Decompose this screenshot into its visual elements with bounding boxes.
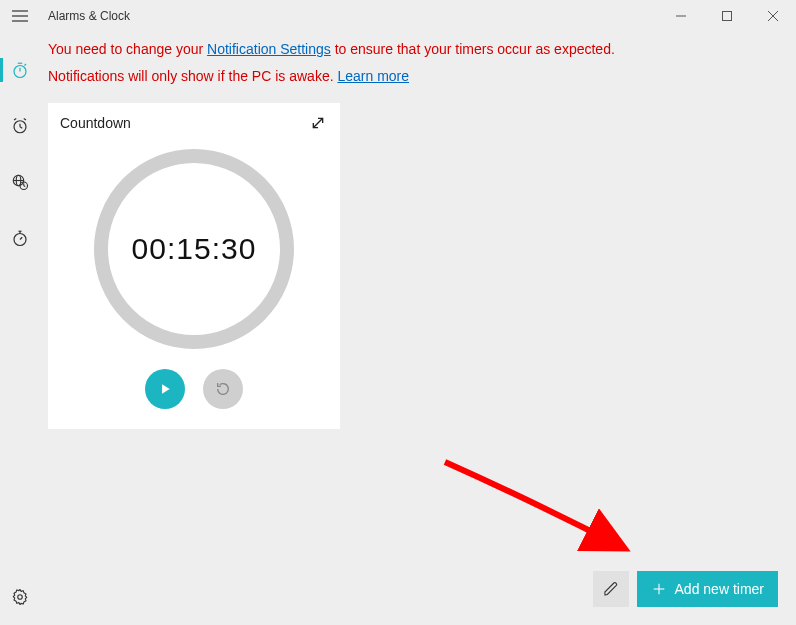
maximize-button[interactable] [704, 0, 750, 32]
app-title: Alarms & Clock [48, 9, 130, 23]
learn-more-link[interactable]: Learn more [337, 68, 409, 84]
alarm-icon [11, 117, 29, 135]
reset-icon [215, 381, 231, 397]
expand-icon [310, 115, 326, 131]
svg-line-23 [20, 237, 22, 239]
svg-point-26 [18, 595, 23, 600]
reset-button[interactable] [203, 369, 243, 409]
sidebar-item-alarm[interactable] [0, 108, 40, 144]
sidebar-item-timer[interactable] [0, 52, 40, 88]
notice-text1: You need to change your [48, 41, 207, 57]
timer-time-display: 00:15:30 [132, 232, 257, 266]
sidebar-item-world-clock[interactable] [0, 164, 40, 200]
notification-settings-link[interactable]: Notification Settings [207, 41, 331, 57]
pencil-icon [603, 581, 619, 597]
timer-name: Countdown [60, 115, 328, 131]
sidebar [0, 32, 40, 625]
minimize-button[interactable] [658, 0, 704, 32]
play-icon [158, 382, 172, 396]
timer-card[interactable]: Countdown 00:15:30 [48, 103, 340, 429]
svg-line-15 [24, 119, 26, 121]
world-clock-icon [11, 173, 29, 191]
maximize-icon [722, 11, 732, 21]
svg-marker-28 [162, 385, 170, 394]
play-button[interactable] [145, 369, 185, 409]
svg-line-27 [313, 119, 322, 128]
svg-rect-4 [723, 12, 732, 21]
expand-button[interactable] [310, 115, 326, 135]
timer-controls [60, 369, 328, 409]
gear-icon [11, 588, 29, 606]
minimize-icon [676, 11, 686, 21]
sidebar-item-stopwatch[interactable] [0, 220, 40, 256]
sidebar-item-settings[interactable] [0, 579, 40, 615]
edit-timers-button[interactable] [593, 571, 629, 607]
svg-line-21 [24, 186, 26, 187]
hamburger-menu-button[interactable] [0, 0, 40, 32]
hamburger-icon [12, 10, 28, 22]
add-new-timer-label: Add new timer [675, 581, 764, 597]
close-icon [768, 11, 778, 21]
timer-ring-container: 00:15:30 [60, 149, 328, 349]
plus-icon [651, 581, 667, 597]
add-new-timer-button[interactable]: Add new timer [637, 571, 778, 607]
content-area: You need to change your Notification Set… [48, 36, 786, 615]
timer-icon [11, 61, 29, 79]
stopwatch-icon [11, 229, 29, 247]
svg-line-10 [25, 64, 27, 66]
svg-line-14 [14, 119, 16, 121]
notification-warning: You need to change your Notification Set… [48, 36, 786, 89]
close-button[interactable] [750, 0, 796, 32]
svg-line-13 [20, 127, 22, 129]
notice-text2: to ensure that your timers occur as expe… [331, 41, 615, 57]
notice-text3: Notifications will only show if the PC i… [48, 68, 337, 84]
timer-progress-ring: 00:15:30 [94, 149, 294, 349]
bottom-action-bar: Add new timer [593, 571, 778, 607]
window-controls [658, 0, 796, 32]
